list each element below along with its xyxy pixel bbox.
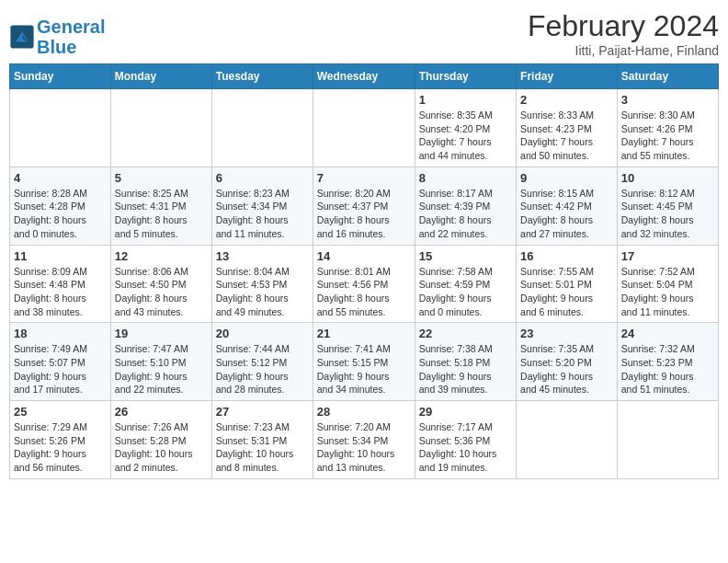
logo-line2: Blue — [37, 37, 76, 57]
calendar-week-row: 4Sunrise: 8:28 AMSunset: 4:28 PMDaylight… — [10, 167, 719, 245]
day-info: Sunrise: 8:33 AMSunset: 4:23 PMDaylight:… — [520, 109, 613, 163]
calendar-cell — [517, 401, 618, 479]
day-number: 27 — [216, 405, 309, 419]
day-number: 8 — [419, 171, 512, 185]
day-number: 15 — [419, 249, 512, 263]
day-number: 16 — [520, 249, 613, 263]
calendar-cell: 27Sunrise: 7:23 AMSunset: 5:31 PMDayligh… — [211, 401, 313, 479]
day-number: 25 — [14, 405, 107, 419]
calendar-cell — [617, 401, 718, 479]
day-number: 11 — [14, 249, 107, 263]
day-info: Sunrise: 7:41 AMSunset: 5:15 PMDaylight:… — [317, 342, 411, 396]
day-number: 4 — [14, 171, 107, 185]
weekday-header: Friday — [517, 64, 618, 89]
calendar-cell: 4Sunrise: 8:28 AMSunset: 4:28 PMDaylight… — [10, 167, 111, 245]
calendar-week-row: 18Sunrise: 7:49 AMSunset: 5:07 PMDayligh… — [10, 323, 719, 401]
day-number: 18 — [14, 327, 107, 340]
weekday-header: Thursday — [415, 64, 516, 89]
day-info: Sunrise: 8:15 AMSunset: 4:42 PMDaylight:… — [520, 187, 613, 241]
calendar-cell: 11Sunrise: 8:09 AMSunset: 4:48 PMDayligh… — [10, 245, 111, 323]
calendar-cell: 28Sunrise: 7:20 AMSunset: 5:34 PMDayligh… — [313, 401, 415, 479]
day-number: 14 — [317, 249, 411, 263]
weekday-header: Sunday — [10, 64, 111, 89]
logo-line1: General — [37, 17, 105, 37]
calendar-cell: 1Sunrise: 8:35 AMSunset: 4:20 PMDaylight… — [415, 89, 516, 167]
day-number: 26 — [115, 405, 208, 419]
day-info: Sunrise: 8:04 AMSunset: 4:53 PMDaylight:… — [216, 265, 309, 319]
day-number: 28 — [317, 405, 411, 419]
weekday-header: Wednesday — [313, 64, 415, 89]
calendar-cell — [110, 89, 211, 167]
calendar-cell: 5Sunrise: 8:25 AMSunset: 4:31 PMDaylight… — [110, 167, 211, 245]
day-info: Sunrise: 8:20 AMSunset: 4:37 PMDaylight:… — [317, 187, 411, 241]
logo: General Blue — [9, 17, 105, 57]
calendar-cell: 6Sunrise: 8:23 AMSunset: 4:34 PMDaylight… — [211, 167, 313, 245]
day-info: Sunrise: 7:49 AMSunset: 5:07 PMDaylight:… — [14, 342, 107, 396]
logo-icon — [9, 24, 35, 50]
day-info: Sunrise: 7:29 AMSunset: 5:26 PMDaylight:… — [14, 420, 107, 475]
calendar-week-row: 11Sunrise: 8:09 AMSunset: 4:48 PMDayligh… — [10, 245, 719, 323]
calendar-cell: 15Sunrise: 7:58 AMSunset: 4:59 PMDayligh… — [415, 245, 516, 323]
day-number: 9 — [520, 171, 613, 185]
calendar-cell: 17Sunrise: 7:52 AMSunset: 5:04 PMDayligh… — [617, 245, 718, 323]
day-number: 1 — [419, 93, 512, 107]
day-info: Sunrise: 7:17 AMSunset: 5:36 PMDaylight:… — [419, 420, 512, 475]
day-info: Sunrise: 7:55 AMSunset: 5:01 PMDaylight:… — [520, 265, 613, 319]
calendar-cell: 29Sunrise: 7:17 AMSunset: 5:36 PMDayligh… — [415, 401, 516, 479]
calendar-cell: 22Sunrise: 7:38 AMSunset: 5:18 PMDayligh… — [415, 323, 516, 401]
day-info: Sunrise: 8:12 AMSunset: 4:45 PMDaylight:… — [621, 187, 714, 241]
calendar-cell — [211, 89, 313, 167]
day-number: 10 — [621, 171, 714, 185]
day-info: Sunrise: 7:52 AMSunset: 5:04 PMDaylight:… — [621, 265, 714, 319]
weekday-header: Saturday — [617, 64, 718, 89]
calendar-cell: 25Sunrise: 7:29 AMSunset: 5:26 PMDayligh… — [10, 401, 111, 479]
page-header: General Blue February 2024 Iitti, Paijat… — [9, 9, 719, 58]
calendar-cell: 14Sunrise: 8:01 AMSunset: 4:56 PMDayligh… — [313, 245, 415, 323]
calendar-cell: 19Sunrise: 7:47 AMSunset: 5:10 PMDayligh… — [110, 323, 211, 401]
day-number: 3 — [621, 93, 714, 107]
day-info: Sunrise: 8:35 AMSunset: 4:20 PMDaylight:… — [419, 109, 512, 163]
day-info: Sunrise: 7:38 AMSunset: 5:18 PMDaylight:… — [419, 342, 512, 396]
day-number: 17 — [621, 249, 714, 263]
day-number: 2 — [520, 93, 613, 107]
calendar-cell — [10, 89, 111, 167]
day-number: 22 — [419, 327, 512, 340]
logo-text: General Blue — [37, 17, 105, 57]
calendar-week-row: 1Sunrise: 8:35 AMSunset: 4:20 PMDaylight… — [10, 89, 719, 167]
weekday-header-row: SundayMondayTuesdayWednesdayThursdayFrid… — [10, 64, 719, 89]
calendar-cell: 16Sunrise: 7:55 AMSunset: 5:01 PMDayligh… — [517, 245, 618, 323]
day-info: Sunrise: 8:01 AMSunset: 4:56 PMDaylight:… — [317, 265, 411, 319]
day-info: Sunrise: 7:44 AMSunset: 5:12 PMDaylight:… — [216, 342, 309, 396]
day-number: 6 — [216, 171, 309, 185]
weekday-header: Monday — [110, 64, 211, 89]
day-number: 7 — [317, 171, 411, 185]
day-info: Sunrise: 8:25 AMSunset: 4:31 PMDaylight:… — [115, 187, 208, 241]
calendar-cell: 26Sunrise: 7:26 AMSunset: 5:28 PMDayligh… — [110, 401, 211, 479]
day-info: Sunrise: 8:28 AMSunset: 4:28 PMDaylight:… — [14, 187, 107, 241]
calendar-cell: 12Sunrise: 8:06 AMSunset: 4:50 PMDayligh… — [110, 245, 211, 323]
calendar-cell — [313, 89, 415, 167]
calendar-cell: 7Sunrise: 8:20 AMSunset: 4:37 PMDaylight… — [313, 167, 415, 245]
calendar-cell: 9Sunrise: 8:15 AMSunset: 4:42 PMDaylight… — [517, 167, 618, 245]
month-title: February 2024 — [528, 9, 719, 43]
day-number: 29 — [419, 405, 512, 419]
day-info: Sunrise: 7:26 AMSunset: 5:28 PMDaylight:… — [115, 420, 208, 475]
day-info: Sunrise: 8:30 AMSunset: 4:26 PMDaylight:… — [621, 109, 714, 163]
day-info: Sunrise: 7:47 AMSunset: 5:10 PMDaylight:… — [115, 342, 208, 396]
day-number: 23 — [520, 327, 613, 340]
day-info: Sunrise: 8:06 AMSunset: 4:50 PMDaylight:… — [115, 265, 208, 319]
calendar-cell: 18Sunrise: 7:49 AMSunset: 5:07 PMDayligh… — [10, 323, 111, 401]
day-number: 13 — [216, 249, 309, 263]
day-number: 5 — [115, 171, 208, 185]
day-info: Sunrise: 7:35 AMSunset: 5:20 PMDaylight:… — [520, 342, 613, 396]
calendar-cell: 2Sunrise: 8:33 AMSunset: 4:23 PMDaylight… — [517, 89, 618, 167]
day-number: 19 — [115, 327, 208, 340]
day-number: 20 — [216, 327, 309, 340]
calendar-week-row: 25Sunrise: 7:29 AMSunset: 5:26 PMDayligh… — [10, 401, 719, 479]
calendar-cell: 21Sunrise: 7:41 AMSunset: 5:15 PMDayligh… — [313, 323, 415, 401]
day-number: 21 — [317, 327, 411, 340]
location-subtitle: Iitti, Paijat-Hame, Finland — [528, 43, 719, 58]
weekday-header: Tuesday — [211, 64, 313, 89]
day-info: Sunrise: 7:32 AMSunset: 5:23 PMDaylight:… — [621, 342, 714, 396]
calendar-cell: 24Sunrise: 7:32 AMSunset: 5:23 PMDayligh… — [617, 323, 718, 401]
